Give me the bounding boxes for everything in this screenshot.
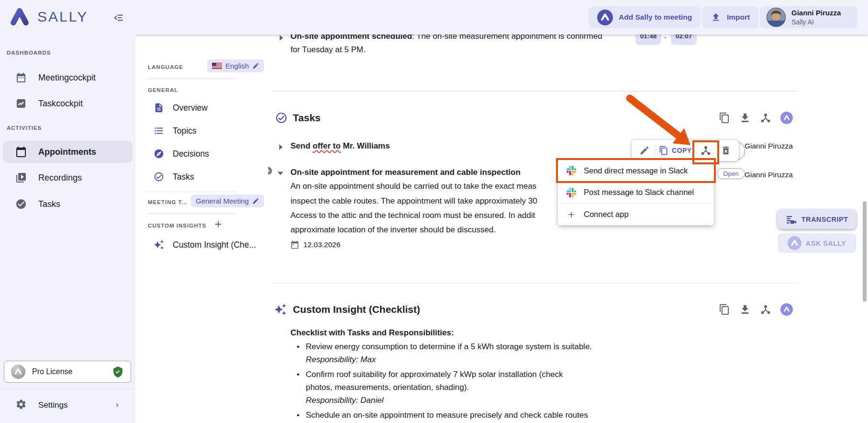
transcript-button[interactable]: TRANSCRIPT: [778, 209, 856, 229]
avatar: [767, 8, 786, 27]
add-custom-insight-button[interactable]: [213, 219, 223, 231]
sidebar-item-taskcockpit[interactable]: Appointments Taskcockpit: [0, 92, 135, 114]
sub-item-topics[interactable]: Topics: [154, 126, 197, 136]
sally-assist-icon[interactable]: [780, 303, 793, 316]
add-sally-to-meeting-button[interactable]: Add Sally to meeting: [589, 6, 701, 28]
check-circle-outline-icon: [154, 171, 164, 182]
calendar-icon: [15, 146, 27, 158]
spellcheck-underline: offer to: [312, 141, 341, 150]
insight-bullet: • Confirm roof suitability for approxima…: [297, 368, 591, 407]
download-icon[interactable]: [739, 304, 751, 315]
us-flag-icon: [212, 63, 222, 69]
sally-assist-icon[interactable]: [780, 112, 793, 124]
sally-circle-icon: [597, 10, 613, 25]
copy-icon: [659, 146, 668, 155]
copy-icon[interactable]: [719, 304, 730, 315]
sidebar-item-meetingcockpit[interactable]: Meetingcockpit: [0, 67, 135, 89]
menu-item-label: Post message to Slack channel: [584, 188, 694, 197]
general-label: GENERAL: [148, 87, 178, 93]
collapse-sidebar-icon[interactable]: [112, 11, 124, 26]
edit-task-button[interactable]: [634, 141, 655, 160]
settings-label: Settings: [38, 400, 102, 410]
chevron-right-icon: [113, 401, 121, 409]
sub-item-label: Overview: [173, 103, 208, 113]
sidebar-item-appointments[interactable]: Appointments: [3, 141, 133, 163]
upload-icon: [711, 12, 721, 23]
task2-description-line: inspect the cable routes. The appointmen…: [290, 196, 537, 206]
verified-shield-icon: [112, 366, 124, 378]
language-label: LANGUAGE: [148, 64, 183, 70]
bullet-dot: •: [297, 409, 300, 422]
note-expand-chevron-icon[interactable]: [278, 34, 284, 41]
insight-section-title: Custom Insight (Checklist): [293, 304, 420, 315]
sub-item-overview[interactable]: Overview: [154, 103, 208, 113]
sidebar-footer-divider: [0, 389, 135, 389]
sub-item-label: Custom Insight (Che...: [173, 240, 256, 250]
sidebar-item-label: Appointments: [38, 147, 96, 157]
import-label: Import: [727, 13, 750, 22]
download-icon[interactable]: [739, 112, 751, 124]
menu-item-connect-app[interactable]: Connect app: [558, 204, 714, 225]
meeting-type-chip[interactable]: General Meeting: [191, 194, 264, 207]
menu-item-slack-channel[interactable]: Post message to Slack channel: [558, 182, 714, 203]
add-sally-label: Add Sally to meeting: [619, 13, 692, 22]
transcript-label: TRANSCRIPT: [801, 216, 848, 223]
sub-item-custom-insight[interactable]: Custom Insight (Che...: [154, 240, 256, 250]
insight-section-actions: [719, 303, 793, 316]
bullet-text: Confirm roof suitability for approximate…: [306, 370, 563, 392]
sub-divider-1: [147, 79, 236, 79]
edit-pencil-icon: [639, 145, 650, 156]
edit-pencil-icon: [252, 62, 259, 69]
calendar-icon: [290, 240, 299, 249]
sub-item-tasks[interactable]: Tasks: [154, 171, 194, 182]
main-divider-2: [272, 283, 798, 284]
sidebar-item-settings[interactable]: Settings: [0, 394, 135, 416]
sub-item-label: Topics: [173, 126, 197, 136]
integrations-hub-icon[interactable]: [760, 304, 771, 315]
tasks-section-actions: [719, 112, 793, 124]
copy-icon[interactable]: [719, 112, 730, 124]
calendar-dots-icon: [15, 72, 27, 83]
left-sidebar: SALLY DASHBOARDS Meetingcockpit Appointm…: [0, 0, 135, 423]
task2-description-line: approximate location of the inverter sho…: [290, 225, 496, 235]
logo-text: SALLY: [37, 9, 88, 25]
task2-due-date[interactable]: 12.03.2026: [290, 240, 341, 249]
import-button[interactable]: Import: [702, 6, 758, 28]
sub-item-decisions[interactable]: Decisions: [154, 149, 209, 159]
insight-sparkles-icon: [274, 303, 287, 316]
integrations-hub-icon[interactable]: [760, 112, 771, 124]
bullet-dot: •: [297, 340, 300, 366]
copy-label: COPY: [672, 147, 692, 154]
timestamp-separator: -: [664, 34, 667, 41]
sidebar-item-tasks[interactable]: Tasks: [0, 193, 135, 215]
sub-item-label: Tasks: [173, 172, 194, 182]
task2-status-chip[interactable]: Open: [717, 168, 745, 179]
ask-sally-button[interactable]: ASK SALLY: [778, 233, 856, 253]
tasks-section-icon: [275, 112, 288, 124]
send-to-integration-button[interactable]: [696, 141, 716, 160]
meeting-type-label: MEETING T...: [148, 199, 188, 205]
gear-icon: [15, 399, 27, 412]
app-logo[interactable]: SALLY: [9, 6, 88, 28]
task1-expand-chevron-icon[interactable]: [278, 144, 283, 150]
copy-task-button[interactable]: COPY: [655, 141, 696, 160]
scrollbar-thumb[interactable]: [863, 201, 867, 302]
menu-item-label: Send direct message in Slack: [584, 166, 688, 175]
sidebar-item-label: Recordings: [38, 173, 82, 183]
check-circle-icon: [15, 198, 27, 210]
menu-item-slack-dm[interactable]: Send direct message in Slack: [558, 160, 714, 182]
sidebar-item-recordings[interactable]: Recordings: [0, 167, 135, 189]
custom-insights-label: CUSTOM INSIGHTS: [148, 223, 206, 229]
meeting-sub-sidebar: LANGUAGE English GENERAL Overview Topics…: [135, 34, 268, 423]
sidebar-item-label: Tasks: [38, 199, 60, 209]
delete-task-button[interactable]: [716, 141, 736, 160]
section-label-activities: ACTIVITIES: [7, 125, 42, 131]
tasks-section-title: Tasks: [293, 112, 321, 124]
language-chip[interactable]: English: [207, 59, 264, 72]
user-menu[interactable]: Gianni Piruzza Sally AI: [760, 6, 857, 28]
sally-gray-icon: [11, 365, 25, 379]
task2-assignee: Gianni Piruzza: [745, 171, 793, 179]
edit-pencil-icon: [252, 197, 259, 205]
pro-license-card[interactable]: Pro License: [4, 361, 131, 383]
task2-collapse-chevron-icon[interactable]: [277, 171, 284, 176]
